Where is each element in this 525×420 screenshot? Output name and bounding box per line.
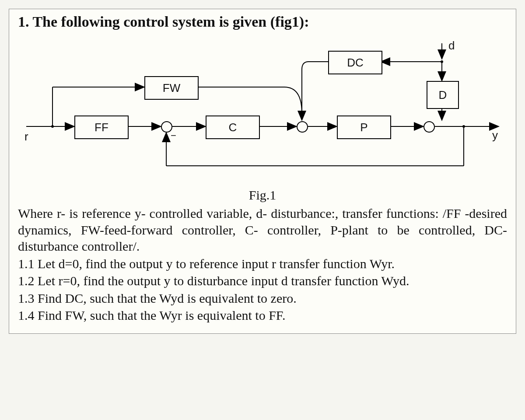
question-1-3: 1.3 Find DC, such that the Wyd is equiva… [18,290,507,307]
block-fw: FW [144,76,199,100]
svg-point-18 [462,125,465,128]
block-ff: FF [74,116,129,139]
block-c: C [206,116,260,139]
label-r: r [24,130,28,144]
figure-caption: Fig.1 [18,188,507,203]
sum-junction-2 [297,121,308,133]
block-d: D [427,81,459,109]
wires-svg [22,39,503,183]
label-minus: − [171,130,176,141]
block-dc: DC [328,51,382,74]
block-diagram: FF FW C DC P D r d y − [22,39,503,183]
body-text: Where r- is reference y- controlled vari… [18,205,507,324]
question-1-1: 1.1 Let d=0, find the output y to refere… [18,256,507,272]
label-y: y [492,129,498,142]
question-1-4: 1.4 Find FW, such that the Wyr is equiva… [18,307,507,324]
paragraph-description: Where r- is reference y- controlled vari… [18,205,507,255]
svg-point-17 [441,60,443,63]
sum-junction-3 [424,121,435,133]
svg-point-16 [51,125,54,128]
page: 1. The following control system is given… [9,9,516,334]
problem-title: 1. The following control system is given… [18,14,507,30]
block-p: P [337,116,391,139]
question-1-2: 1.2 Let r=0, find the output y to distur… [18,273,507,289]
label-d: d [448,39,455,52]
